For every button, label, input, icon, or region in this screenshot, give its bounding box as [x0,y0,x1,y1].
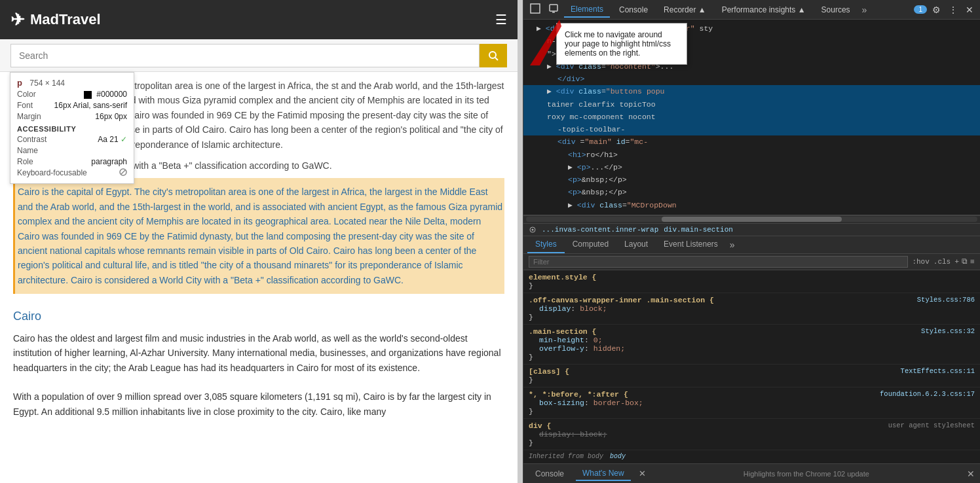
styles-panel[interactable]: Styles Computed Layout Event Listeners »… [523,236,980,463]
highlighted-paragraph: Cairo is the capital of Egypt. The city'… [13,178,504,294]
plane-icon: ✈ [10,10,25,30]
css-source-link[interactable]: TextEffects.css:11 [901,367,975,375]
add-rule-icon[interactable]: + [954,257,959,266]
css-rule-main-section: .main-section { Styles.css:32 min-height… [523,325,980,365]
tooltip-tag: p [17,78,22,88]
filter-cls-btn[interactable]: .cls [933,258,951,266]
filter-bar: :hov .cls + ⧉ ≡ [523,254,980,270]
tooltip-name-label: Name [17,146,38,155]
tab-console-bottom[interactable]: Console [529,467,571,480]
dom-breadcrumb: ...invas-content.inner-wrap div.main-sec… [523,223,980,236]
css-source-link[interactable]: foundation.6.2.3.css:17 [880,390,975,398]
left-panel: ✈ MadTravel ☰ p 754 × 144 Color #000000 [0,0,518,483]
svg-line-1 [495,58,498,60]
styles-tabs: Styles Computed Layout Event Listeners » [523,236,980,254]
styles-tab-computed[interactable]: Computed [565,236,616,253]
dom-line-selected: ▶ <div class="buttons popu [523,85,980,98]
css-rule-div: div { user agent stylesheet display: blo… [523,419,980,450]
breadcrumb-settings-icon [529,226,537,234]
inspect-icon-btn[interactable] [527,2,543,17]
more-options-btn[interactable]: ⋮ [946,3,960,16]
css-rule-off-canvas: .off-canvas-wrapper-inner .main-section … [523,293,980,325]
css-selector: .main-section { [529,327,597,336]
section-text-2: With a population of over 9 million spre… [13,389,504,419]
search-input[interactable] [10,44,480,67]
search-button[interactable] [480,44,507,67]
dom-line: <h1>ro</h1> [523,149,980,161]
tooltip-color-label: Color [17,90,36,99]
dom-horizontal-scrollbar[interactable] [523,215,980,223]
dom-line: roxy mc-component nocont [523,111,980,123]
hamburger-menu-icon[interactable]: ☰ [495,12,507,27]
svg-point-0 [489,52,496,58]
cursor-inspect-icon [530,3,540,14]
styles-tab-layout[interactable]: Layout [616,236,656,253]
bottom-info-text: Highlights from the Chrome 102 update [651,470,962,478]
section-text-1: Cairo has the oldest and largest film an… [13,331,504,375]
css-source-link[interactable]: Styles.css:786 [917,296,975,304]
tooltip-contrast-label: Contrast [17,135,47,144]
close-bottom-panel-btn[interactable]: ✕ [967,469,975,479]
breadcrumb-item-1[interactable]: ...invas-content.inner-wrap [542,226,658,234]
panel-splitter[interactable] [518,0,523,483]
filter-hov-btn[interactable]: :hov [912,258,929,266]
check-icon: ✓ [121,135,127,144]
css-source-link[interactable]: Styles.css:32 [921,327,975,335]
styles-filter-input[interactable] [529,256,908,268]
tab-performance[interactable]: Performance insights ▲ [715,3,812,17]
tooltip-accessibility-header: ACCESSIBILITY [17,125,127,133]
color-swatch [84,91,92,99]
tooltip-color-value: #000000 [84,90,127,99]
tab-console[interactable]: Console [612,3,654,17]
scrollbar-track [526,217,977,222]
scrollbar-thumb [662,217,842,222]
tooltip-font-label: Font [17,101,33,110]
css-source-link-agent[interactable]: user agent stylesheet [888,421,975,429]
more-styles-icon[interactable]: ≡ [970,257,975,266]
close-devtools-btn[interactable]: ✕ [963,3,976,16]
tooltip-margin-label: Margin [17,112,41,121]
site-logo: ✈ MadTravel [10,10,101,30]
dom-line: </div> [523,73,980,85]
devtools-right-icons: 1 ⚙ ⋮ ✕ [914,3,976,16]
svg-rect-5 [550,5,557,11]
dom-line: ▶ <div class="MCDropDown [523,199,980,211]
device-icon [548,3,559,14]
prohibited-icon [119,168,127,176]
device-toggle-btn[interactable] [546,2,561,17]
element-tooltip: p 754 × 144 Color #000000 Font 16px Aria… [10,72,134,184]
tooltip-contrast-value: Aa 21 ✓ [98,135,127,144]
close-whatsnew-btn[interactable]: ✕ [639,469,646,478]
site-name: MadTravel [30,11,101,28]
dom-line: <p>&nbsp;</p> [523,186,980,198]
styles-tab-styles[interactable]: Styles [527,236,565,253]
svg-rect-4 [531,4,540,13]
breadcrumb-item-2[interactable]: div.main-section [664,226,733,234]
search-icon [487,50,499,62]
tooltip-keyboard-value [119,168,127,178]
dom-line: tainer clearfix topicToo [523,98,980,111]
inherited-body-link[interactable]: body [610,453,626,460]
tab-sources[interactable]: Sources [815,3,857,17]
devtools-panel: Elements Console Recorder ▲ Performance … [523,0,980,483]
svg-rect-6 [552,12,555,13]
css-rule-class: [class] { TextEffects.css:11 } [523,365,980,387]
search-bar [0,39,518,72]
tab-recorder[interactable]: Recorder ▲ [657,3,713,17]
settings-icon-btn[interactable]: ⚙ [930,3,943,16]
notification-badge: 1 [914,5,927,14]
tab-more[interactable]: » [859,3,870,16]
dom-line: <div ="main" id="mc- [523,135,980,148]
styles-tab-event-listeners[interactable]: Event Listeners [656,236,726,253]
css-rule-element-style: element.style { } [523,270,980,293]
copy-styles-icon[interactable]: ⧉ [962,257,968,266]
callout-text: Click me to navigate around your page to… [565,30,671,58]
css-selector: element.style { [529,273,597,281]
tab-elements[interactable]: Elements [564,2,610,18]
bottom-bar: Console What's New ✕ Highlights from the… [523,463,980,483]
styles-tab-more[interactable]: » [726,236,739,253]
css-selector: .off-canvas-wrapper-inner .main-section … [529,296,714,304]
filter-action-icons: + ⧉ ≡ [954,257,975,266]
tab-whatsnew-bottom[interactable]: What's New [576,467,631,481]
tooltip-font-value: 16px Arial, sans-serif [54,101,127,110]
